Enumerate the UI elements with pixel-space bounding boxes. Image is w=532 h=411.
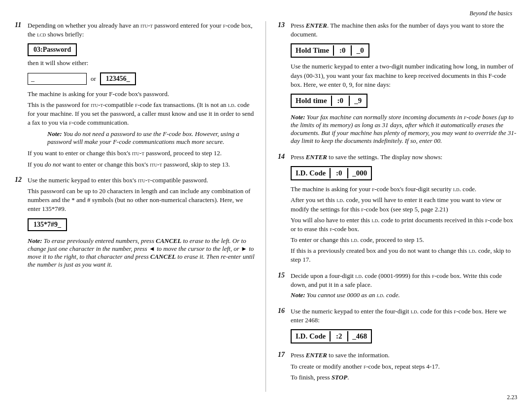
- note-text-11: You do not need a password to use the F-…: [47, 130, 239, 145]
- step-15-content: Decide upon a four-digit i.d. code (0001…: [291, 272, 517, 302]
- step-11-content: Depending on whether you already have an…: [28, 21, 256, 171]
- note-label-11: Note:: [47, 130, 62, 137]
- itu-line1: If you want to enter or change this box'…: [28, 149, 256, 158]
- header-right: Beyond the basics: [15, 10, 517, 17]
- step-11-body1: The machine is asking for your F-code bo…: [28, 90, 256, 99]
- step-15-note: Note: You cannot use 0000 as an i.d. cod…: [291, 291, 517, 299]
- step-13-num: 13: [278, 21, 288, 148]
- hold-time-label: Hold Time: [292, 45, 333, 56]
- id-code-display: I.D. Code :0 _000: [291, 166, 372, 180]
- hold-time2-label: Hold time: [292, 96, 331, 106]
- step-14-line2: If this is a previously created box and …: [291, 246, 517, 264]
- left-column: 11 Depending on whether you already have…: [15, 21, 266, 392]
- step-14-body1: The machine is asking for your f-code bo…: [291, 185, 517, 194]
- itu-line2: If you do not want to enter or change th…: [28, 160, 256, 169]
- step-12: 12 Use the numeric keypad to enter this …: [15, 176, 256, 272]
- step-12-intro: Use the numeric keypad to enter this box…: [28, 176, 256, 185]
- lcd-password: 03:Password: [28, 41, 256, 59]
- step-17-num: 17: [278, 351, 288, 384]
- page-footer: 2.23: [15, 392, 517, 401]
- note-text-12: To erase previously entered numbers, pre…: [28, 237, 255, 268]
- beyond-basics-label: Beyond the basics: [469, 10, 512, 17]
- step-17-line2: To create or modify another f-code box, …: [291, 362, 517, 371]
- step-11-num: 11: [15, 21, 25, 171]
- note-label-13: Note:: [291, 113, 305, 121]
- step-14-body3: You will also have to enter this i.d. co…: [291, 216, 517, 234]
- note-label-15: Note:: [291, 291, 305, 299]
- id-code-val2-14: _000: [347, 168, 371, 178]
- hold-time-display: Hold Time :0 _0: [291, 43, 369, 58]
- step-11-body2: This is the password for itu-t-compatibl…: [28, 101, 256, 128]
- step-13-content: Press ENTER. The machine then asks for t…: [291, 21, 517, 148]
- blank-field: _: [28, 73, 87, 85]
- step-13: 13 Press ENTER. The machine then asks fo…: [278, 21, 517, 148]
- lcd-135: 135*7#9_: [28, 215, 256, 234]
- step-11-note: Note: You do not need a password to use …: [47, 130, 256, 146]
- step-16-intro: Use the numeric keypad to enter the four…: [291, 307, 517, 325]
- step-17-line1: Press ENTER to save the information.: [291, 351, 517, 360]
- step-15-num: 15: [278, 272, 288, 302]
- step-13-note: Note: Your fax machine can normally stor…: [291, 113, 517, 145]
- step-14-body2: After you set this i.d. code, you will h…: [291, 196, 517, 213]
- step-14-content: Press ENTER to save the settings. The di…: [291, 153, 517, 267]
- lcd-135-val: 135*7#9_: [28, 218, 67, 231]
- lcd-03password: 03:Password: [28, 43, 77, 56]
- right-column: 13 Press ENTER. The machine then asks fo…: [266, 21, 517, 392]
- then-text: then it will show either:: [28, 59, 256, 68]
- step-14-num: 14: [278, 153, 288, 267]
- note-label-12: Note:: [28, 237, 42, 244]
- id-code-val1-16: :2: [330, 331, 347, 342]
- step-12-body1: This password can be up to 20 characters…: [28, 187, 256, 214]
- hold-time2-display: Hold time :0 _9: [291, 94, 367, 108]
- step-11-intro: Depending on whether you already have an…: [28, 21, 256, 39]
- id-code-val1-14: :0: [330, 168, 347, 178]
- note-text-15: You cannot use 0000 as an i.d. code.: [307, 291, 400, 299]
- step-16-content: Use the numeric keypad to enter the four…: [291, 307, 517, 346]
- step-15-intro: Decide upon a four-digit i.d. code (0001…: [291, 272, 517, 289]
- step-13-intro: Press ENTER. The machine then asks for t…: [291, 21, 517, 39]
- step-17-line3: To finish, press STOP.: [291, 373, 517, 382]
- step-14-intro: Press ENTER to save the settings. The di…: [291, 153, 517, 162]
- step-12-note: Note: To erase previously entered number…: [28, 237, 256, 269]
- step-14-line1: To enter or change this i.d. code, proce…: [291, 236, 517, 244]
- note-text-13: Your fax machine can normally store inco…: [291, 113, 516, 144]
- id-code-label-16: I.D. Code: [292, 331, 330, 342]
- hold-time2-val2: _9: [349, 96, 366, 106]
- step-11: 11 Depending on whether you already have…: [15, 21, 256, 171]
- page-number: 2.23: [507, 394, 517, 401]
- step-17-content: Press ENTER to save the information. To …: [291, 351, 517, 384]
- step-15: 15 Decide upon a four-digit i.d. code (0…: [278, 272, 517, 302]
- step-16-num: 16: [278, 307, 288, 346]
- hold-time-val1: :0: [333, 45, 351, 56]
- step-14: 14 Press ENTER to save the settings. The…: [278, 153, 517, 267]
- or-row: _ or 123456_: [28, 70, 256, 88]
- id-code-val2-16: _468: [347, 331, 371, 342]
- or-label: or: [91, 75, 96, 83]
- id-code-display-16: I.D. Code :2 _468: [291, 329, 372, 343]
- step-12-num: 12: [15, 176, 25, 272]
- hold-time-val2: _0: [351, 45, 368, 56]
- step-12-content: Use the numeric keypad to enter this box…: [28, 176, 256, 272]
- hold-time2-val1: :0: [331, 96, 349, 106]
- step-17: 17 Press ENTER to save the information. …: [278, 351, 517, 384]
- lcd-123456: 123456_: [100, 72, 136, 85]
- step-13-body1: Use the numeric keypad to enter a two-di…: [291, 62, 517, 89]
- id-code-label-14: I.D. Code: [292, 168, 330, 178]
- step-16: 16 Use the numeric keypad to enter the f…: [278, 307, 517, 346]
